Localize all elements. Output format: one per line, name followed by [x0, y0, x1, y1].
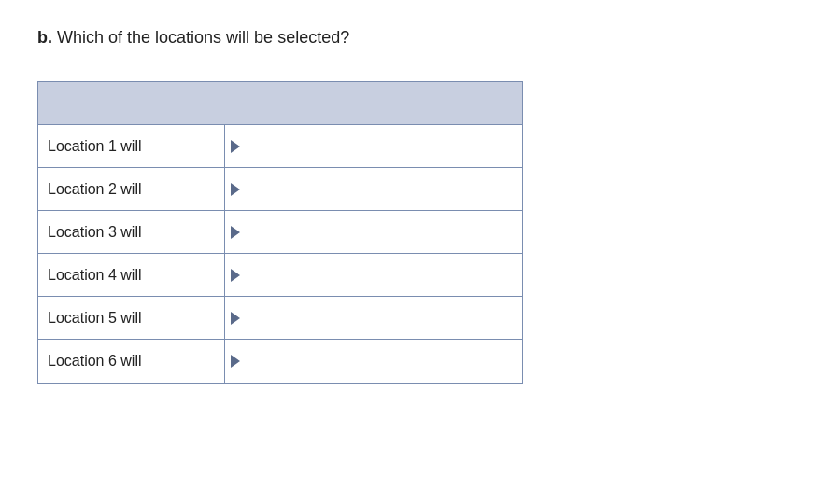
- row-label-1: Location 1 will: [38, 125, 225, 167]
- row-input-2[interactable]: [240, 168, 522, 210]
- table-row: Location 5 will: [38, 297, 522, 340]
- row-right-5: [225, 297, 522, 339]
- question-text: Which of the locations will be selected?: [57, 28, 349, 47]
- arrow-icon: [231, 312, 240, 325]
- arrow-icon: [231, 269, 240, 282]
- row-label-2: Location 2 will: [38, 168, 225, 210]
- row-right-1: [225, 125, 522, 167]
- question-heading: b. Which of the locations will be select…: [37, 28, 785, 48]
- row-label-3: Location 3 will: [38, 211, 225, 253]
- arrow-icon: [231, 140, 240, 153]
- arrow-icon: [231, 183, 240, 196]
- row-right-2: [225, 168, 522, 210]
- table-header: [38, 82, 522, 125]
- row-input-5[interactable]: [240, 297, 522, 339]
- bold-label: b.: [37, 28, 52, 47]
- table-row: Location 4 will: [38, 254, 522, 297]
- row-right-4: [225, 254, 522, 296]
- row-label-6: Location 6 will: [38, 340, 225, 383]
- table-row: Location 1 will: [38, 125, 522, 168]
- row-right-3: [225, 211, 522, 253]
- table-row: Location 2 will: [38, 168, 522, 211]
- locations-table: Location 1 will Location 2 will Location…: [37, 81, 523, 384]
- row-input-3[interactable]: [240, 211, 522, 253]
- row-right-6: [225, 340, 522, 383]
- table-row: Location 6 will: [38, 340, 522, 383]
- arrow-icon: [231, 226, 240, 239]
- row-input-6[interactable]: [240, 340, 522, 383]
- row-label-5: Location 5 will: [38, 297, 225, 339]
- row-input-4[interactable]: [240, 254, 522, 296]
- row-input-1[interactable]: [240, 125, 522, 167]
- table-row: Location 3 will: [38, 211, 522, 254]
- row-label-4: Location 4 will: [38, 254, 225, 296]
- arrow-icon: [231, 355, 240, 368]
- page-container: b. Which of the locations will be select…: [37, 28, 785, 384]
